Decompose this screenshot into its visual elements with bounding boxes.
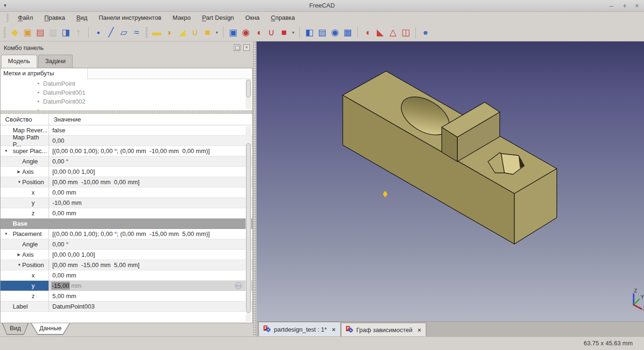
property-row-Placement[interactable]: ▼Placement[(0,00 0,00 1,00); 0,00 °; (0,… — [0, 229, 252, 239]
property-value-cell[interactable]: 5,00 mm — [49, 291, 252, 301]
property-label-cell[interactable]: z — [0, 291, 49, 301]
groove-icon[interactable]: ◖ — [252, 26, 265, 39]
menu-item-Макро[interactable]: Макро — [167, 13, 196, 23]
property-value-cell[interactable]: false — [49, 125, 252, 135]
mdi-tab-close-icon[interactable]: × — [332, 326, 336, 333]
polar-pattern-icon[interactable]: ◉ — [329, 26, 341, 39]
revolution-icon[interactable]: ◗ — [163, 26, 176, 39]
mirrored-icon[interactable]: ◧ — [303, 26, 316, 39]
point-icon[interactable]: ● — [92, 26, 105, 39]
loft-icon[interactable]: ◢ — [176, 26, 189, 39]
tree-item-DatumPoint001[interactable]: •DatumPoint001 — [0, 88, 252, 97]
menu-item-Справка[interactable]: Справка — [265, 13, 301, 23]
property-row-Angle[interactable]: Angle0,00 ° — [0, 239, 252, 250]
float-panel-icon[interactable] — [234, 44, 240, 51]
property-label-cell[interactable]: y — [0, 281, 49, 291]
property-value-cell[interactable]: [0,00 0,00 1,00] — [49, 167, 252, 177]
property-row-Axis[interactable]: ▶Axis[0,00 0,00 1,00] — [0, 167, 252, 177]
property-label-cell[interactable]: ▼Position — [0, 177, 49, 187]
property-row-z[interactable]: z5,00 mm — [0, 291, 252, 301]
property-value-cell[interactable]: 0,00 mm — [49, 187, 252, 197]
map-sketch-icon[interactable]: ◨ — [59, 26, 72, 39]
menu-item-Правка[interactable]: Правка — [39, 13, 71, 23]
thickness-icon[interactable]: ◫ — [399, 26, 412, 39]
close-button[interactable]: × — [632, 1, 642, 10]
menu-item-Part Design[interactable]: Part Design — [196, 13, 239, 23]
property-row-Label[interactable]: LabelDatumPoint003 — [0, 301, 252, 312]
tree-header-label[interactable]: Метки и атрибуты — [0, 68, 88, 79]
leave-sketch-icon[interactable]: ↑ — [72, 26, 85, 39]
property-value-cell[interactable]: [(0,00 0,00 1,00); 0,00 °; (0,00 mm -15,… — [49, 229, 252, 239]
property-row-z[interactable]: z0,00 mm — [0, 208, 252, 219]
mdi-tab-partdesign_test : 1*[interactable]: partdesign_test : 1*× — [258, 322, 341, 336]
create-body-icon[interactable]: ▣ — [21, 26, 34, 39]
collapsed-arrow-icon[interactable]: ▶ — [17, 252, 20, 257]
property-label-cell[interactable]: ▼Placement — [0, 229, 49, 239]
menu-item-Панели инструментов[interactable]: Панели инструментов — [93, 13, 167, 23]
menu-item-Окна[interactable]: Окна — [239, 13, 265, 23]
chamfer-icon[interactable]: ◣ — [374, 26, 387, 39]
dropdown-arrow-icon[interactable]: ▾ — [214, 30, 220, 35]
property-row-Map Path P...[interactable]: Map Path P...0,00 — [0, 136, 252, 146]
tree-scrollbar-thumb[interactable] — [246, 80, 251, 98]
property-row-x[interactable]: x0,00 mm — [0, 187, 252, 198]
close-panel-icon[interactable]: × — [243, 44, 250, 51]
tree-item-DatumPoint[interactable]: •DatumPoint — [0, 79, 252, 88]
property-label-cell[interactable]: y — [0, 198, 49, 208]
subtractive-pipe-icon[interactable]: ∪ — [265, 26, 278, 39]
fillet-icon[interactable]: ◖ — [361, 26, 374, 39]
expanded-arrow-icon[interactable]: ▼ — [17, 263, 21, 267]
pocket-icon[interactable]: ▣ — [227, 26, 239, 39]
hole-icon[interactable]: ◉ — [239, 26, 252, 39]
property-label-cell[interactable]: Angle — [0, 239, 49, 249]
subtractive-box-icon[interactable]: ■ — [278, 26, 290, 39]
property-row-Position[interactable]: ▼Position[0,00 mm -15,00 mm 5,00 mm] — [0, 260, 252, 270]
mdi-tab-close-icon[interactable]: × — [418, 326, 421, 334]
body-icon[interactable]: ◆ — [8, 26, 21, 39]
additive-box-icon[interactable]: ■ — [201, 26, 214, 39]
bspline-icon[interactable]: ≈ — [130, 26, 143, 39]
edit-sketch-icon[interactable]: ▥ — [47, 26, 59, 39]
property-value-cell[interactable]: 0,00 ° — [49, 239, 252, 249]
property-label-cell[interactable]: x — [0, 187, 49, 197]
property-label-cell[interactable]: z — [0, 208, 49, 218]
property-value-cell[interactable]: 0,00 ° — [49, 156, 252, 166]
property-row-Axis[interactable]: ▶Axis[0,00 0,00 1,00] — [0, 250, 252, 260]
property-label-cell[interactable]: Label — [0, 301, 49, 311]
rectangle-icon[interactable]: ▱ — [117, 26, 130, 39]
expanded-arrow-icon[interactable]: ▼ — [17, 180, 21, 184]
property-scrollbar[interactable] — [246, 126, 251, 322]
property-value-cell[interactable]: DatumPoint003 — [49, 301, 252, 311]
vertical-splitter[interactable] — [253, 41, 256, 336]
tree-scrollbar[interactable] — [246, 80, 251, 109]
multitransform-icon[interactable]: ▦ — [341, 26, 354, 39]
property-row-Angle[interactable]: Angle0,00 ° — [0, 156, 252, 167]
property-label-cell[interactable]: ▼super Plac... — [0, 146, 49, 156]
collapsed-arrow-icon[interactable]: ▶ — [17, 170, 20, 174]
property-row-super Plac...[interactable]: ▼super Plac...[(0,00 0,00 1,00); 0,00 °;… — [0, 146, 252, 156]
bottom-tab-Данные[interactable]: Данные — [31, 323, 70, 335]
expression-fx-icon[interactable]: f(x) — [235, 282, 242, 289]
title-bar[interactable]: ▾ FreeCAD – + × — [0, 0, 644, 12]
property-value-cell[interactable]: [0,00 0,00 1,00] — [49, 250, 252, 260]
menubar-handle[interactable] — [7, 14, 8, 22]
property-scrollbar-thumb[interactable] — [246, 143, 251, 313]
linear-pattern-icon[interactable]: ▤ — [316, 26, 329, 39]
property-value-cell[interactable]: 0,00 — [49, 136, 252, 146]
property-row-y[interactable]: y-10,00 mm — [0, 198, 252, 208]
expanded-arrow-icon[interactable]: ▼ — [4, 149, 8, 153]
property-label-cell[interactable]: ▶Axis — [0, 250, 49, 260]
model-tree[interactable]: Метки и атрибуты •DatumPoint•DatumPoint0… — [0, 68, 252, 110]
toolbar-handle[interactable] — [4, 27, 6, 38]
draft-icon[interactable]: △ — [387, 26, 399, 39]
property-value-cell[interactable]: [0,00 mm -15,00 mm 5,00 mm] — [49, 260, 252, 270]
property-value-cell[interactable]: 0,00 mm — [49, 208, 252, 218]
property-value-cell[interactable]: [0,00 mm -10,00 mm 0,00 mm] — [49, 177, 252, 187]
property-row-Position[interactable]: ▼Position[0,00 mm -10,00 mm 0,00 mm] — [0, 177, 252, 187]
menu-item-Файл[interactable]: Файл — [12, 13, 39, 23]
expanded-arrow-icon[interactable]: ▼ — [4, 232, 8, 236]
tab-Модель[interactable]: Модель — [1, 55, 37, 68]
property-row-x[interactable]: x0,00 mm — [0, 270, 252, 281]
bottom-tab-Вид[interactable]: Вид — [2, 323, 29, 335]
mdi-tab-Граф зависимостей[interactable]: Граф зависимостей× — [341, 323, 427, 336]
